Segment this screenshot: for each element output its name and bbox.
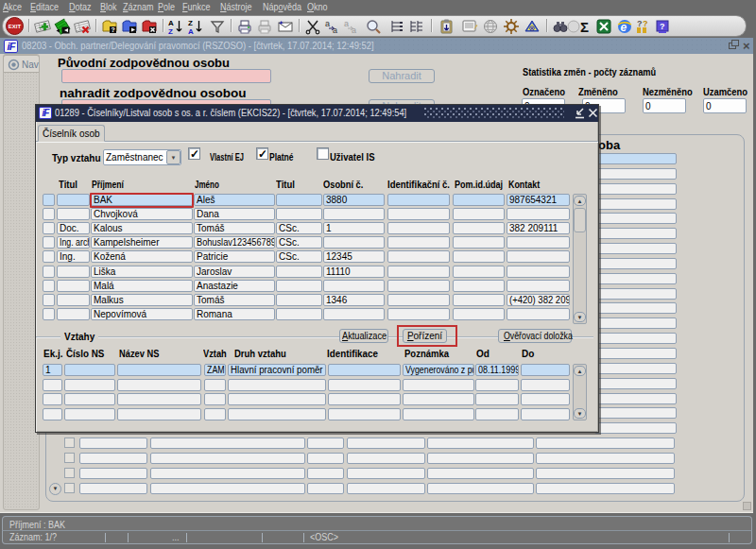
svg-text:Z: Z bbox=[168, 27, 173, 36]
svg-text:a: a bbox=[333, 26, 337, 35]
svg-text:a: a bbox=[325, 19, 330, 28]
svg-text:a: a bbox=[352, 26, 356, 35]
svg-text:Σ: Σ bbox=[580, 19, 589, 35]
svg-text:?: ? bbox=[643, 19, 648, 28]
svg-text:?: ? bbox=[660, 22, 665, 31]
svg-text:?: ? bbox=[637, 19, 643, 28]
svg-text:?: ? bbox=[112, 26, 115, 33]
svg-text:A: A bbox=[188, 27, 194, 36]
svg-text:a: a bbox=[344, 19, 349, 28]
